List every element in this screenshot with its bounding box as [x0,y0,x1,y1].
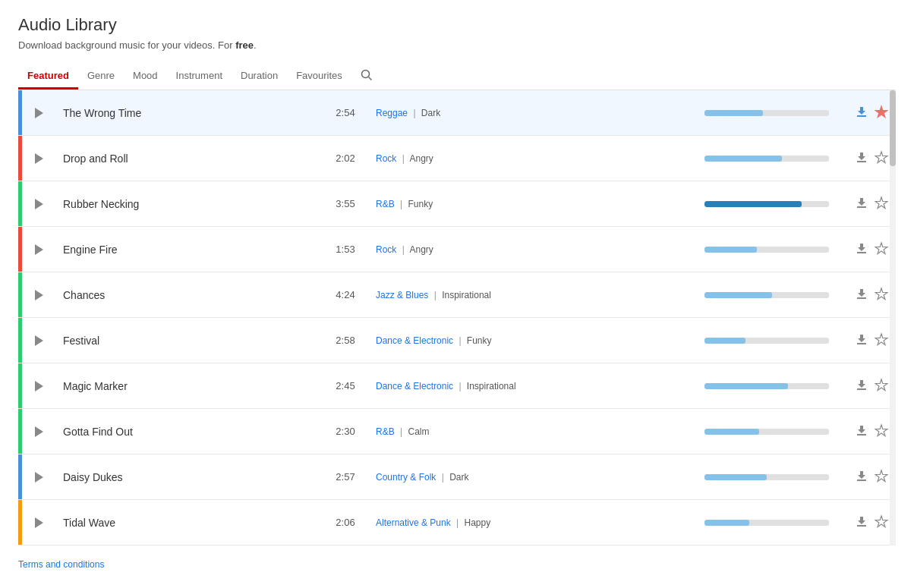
play-icon[interactable] [35,290,43,300]
star-icon [875,469,888,483]
download-button[interactable] [855,241,868,258]
track-mood: Funky [467,335,492,346]
play-button[interactable] [22,517,55,528]
track-title: Chances [55,289,323,301]
play-button[interactable] [22,335,55,346]
favourite-button[interactable] [875,105,888,121]
favourite-button[interactable] [875,287,888,303]
favourite-button[interactable] [875,378,888,395]
favourite-button[interactable] [875,332,888,349]
tab-mood[interactable]: Mood [124,64,167,90]
tab-favourites[interactable]: Favourites [287,64,351,90]
track-waveform[interactable] [698,292,835,298]
play-icon[interactable] [35,381,43,391]
download-button[interactable] [855,423,868,440]
track-title: Daisy Dukes [55,471,323,483]
waveform-bg [704,292,829,298]
track-duration: 2:02 [323,153,368,164]
track-mood: Dark [421,108,440,118]
play-button[interactable] [22,244,55,255]
waveform-bg [704,338,829,344]
play-icon[interactable] [35,472,43,483]
download-button[interactable] [855,514,868,531]
tab-featured[interactable]: Featured [18,64,78,90]
download-button[interactable] [855,287,868,303]
track-row: Magic Marker 2:45 Dance & Electronic | I… [18,363,896,409]
audio-library-page: Audio Library Download background music … [0,0,914,588]
waveform-bg [704,110,829,116]
track-waveform[interactable] [698,338,835,344]
track-duration: 2:57 [323,471,368,483]
play-icon[interactable] [35,153,43,164]
track-mood: Inspirational [442,290,491,300]
track-tags: Dance & Electronic | Inspirational [368,381,698,391]
track-tags: Rock | Angry [368,244,698,255]
download-button[interactable] [855,105,868,121]
favourite-button[interactable] [875,469,888,486]
track-genre: Jazz & Blues [376,290,428,300]
play-button[interactable] [22,290,55,300]
waveform-fill [704,110,763,116]
play-button[interactable] [22,426,55,437]
track-list: The Wrong Time 2:54 Reggae | Dark [18,90,896,546]
download-button[interactable] [855,150,868,167]
terms-link[interactable]: Terms and conditions [18,559,104,570]
waveform-fill [704,383,788,389]
play-icon[interactable] [35,517,43,528]
track-genre: R&B [376,199,395,209]
tab-genre[interactable]: Genre [78,64,124,90]
star-icon [875,514,888,528]
track-waveform[interactable] [698,429,835,435]
play-icon[interactable] [35,244,43,255]
download-button[interactable] [855,332,868,349]
waveform-bg [704,429,829,435]
star-icon [875,150,888,164]
track-title: Tidal Wave [55,517,323,529]
play-icon[interactable] [35,426,43,437]
favourite-button[interactable] [875,514,888,531]
track-waveform[interactable] [698,383,835,389]
track-tags: R&B | Funky [368,199,698,209]
play-icon[interactable] [35,199,43,209]
play-button[interactable] [22,108,55,118]
play-icon[interactable] [35,335,43,346]
track-genre: Rock [376,153,396,164]
scrollbar-thumb[interactable] [890,90,896,166]
track-tags: Country & Folk | Dark [368,472,698,483]
track-waveform[interactable] [698,201,835,207]
favourite-button[interactable] [875,196,888,212]
play-button[interactable] [22,199,55,209]
track-tags: R&B | Calm [368,426,698,437]
scrollbar-track[interactable] [890,90,896,546]
track-waveform[interactable] [698,156,835,162]
page-title: Audio Library [18,15,896,35]
download-icon [855,105,868,118]
track-mood: Dark [449,472,468,483]
track-genre: Alternative & Punk [376,517,451,528]
track-actions [835,469,896,486]
favourite-button[interactable] [875,423,888,440]
favourite-button[interactable] [875,150,888,167]
track-list-container: The Wrong Time 2:54 Reggae | Dark [18,90,896,546]
track-row: Chances 4:24 Jazz & Blues | Inspirationa… [18,272,896,318]
track-waveform[interactable] [698,474,835,480]
track-waveform[interactable] [698,110,835,116]
waveform-bg [704,247,829,253]
track-waveform[interactable] [698,520,835,526]
track-waveform[interactable] [698,247,835,253]
waveform-fill [704,201,802,207]
play-button[interactable] [22,472,55,483]
download-button[interactable] [855,378,868,395]
play-button[interactable] [22,381,55,391]
search-tab[interactable] [351,63,382,90]
play-icon[interactable] [35,108,43,118]
download-button[interactable] [855,469,868,486]
download-icon [855,150,868,164]
play-button[interactable] [22,153,55,164]
track-actions [835,150,896,167]
favourite-button[interactable] [875,241,888,258]
download-button[interactable] [855,196,868,212]
track-title: Magic Marker [55,380,323,392]
tab-instrument[interactable]: Instrument [167,64,232,90]
tab-duration[interactable]: Duration [232,64,287,90]
